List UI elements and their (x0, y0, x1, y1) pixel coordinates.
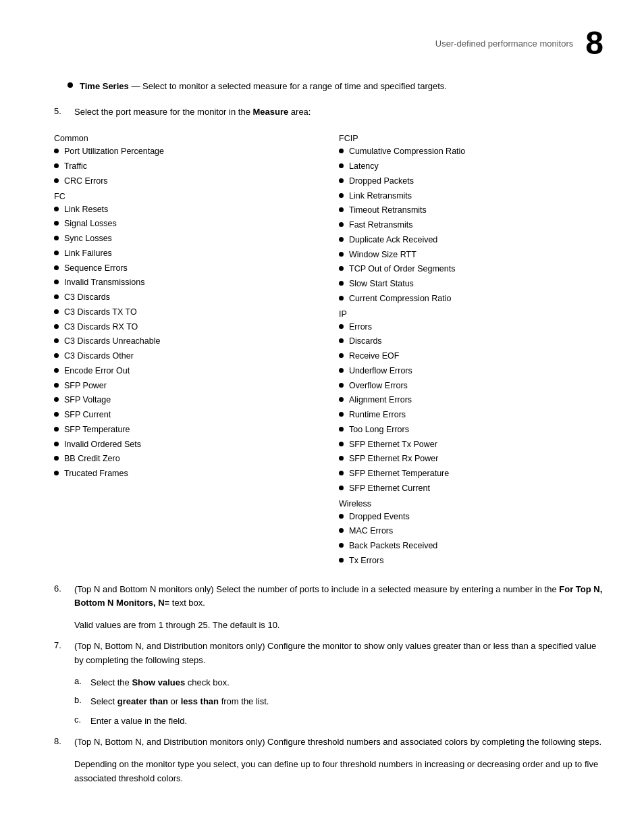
step7a-num: a. (74, 676, 90, 686)
step6-section: 6. (Top N and Bottom N monitors only) Se… (54, 583, 603, 633)
bullet-dot (54, 280, 59, 284)
step7c-content: Enter a value in the field. (90, 714, 603, 729)
list-item: Traffic (54, 160, 319, 173)
step7b-text-after: from the list. (219, 696, 269, 706)
common-list: Port Utilization Percentage Traffic CRC … (54, 145, 319, 187)
list-item: Tx Errors (339, 554, 603, 567)
bullet-dot (54, 265, 59, 270)
item-text: C3 Discards (64, 291, 110, 304)
item-text: Too Long Errors (349, 423, 409, 436)
bullet-dot (54, 412, 59, 417)
item-text: Invalid Transmissions (64, 276, 145, 289)
bullet-dot (54, 427, 59, 432)
bullet-dot (339, 222, 344, 227)
step7-content: (Top N, Bottom N, and Distribution monit… (74, 640, 603, 668)
step6-text: (Top N and Bottom N monitors only) Selec… (74, 584, 559, 594)
bullet-dot (339, 368, 344, 373)
list-item: TCP Out of Order Segments (339, 263, 603, 276)
bullet-dot (339, 456, 344, 461)
step7c-item: c. Enter a value in the field. (74, 714, 603, 729)
list-item: Dropped Events (339, 511, 603, 523)
list-item: Latency (339, 160, 603, 173)
item-text: C3 Discards RX TO (64, 321, 138, 334)
step7b-bold2: less than (181, 696, 219, 706)
item-text: SFP Ethernet Temperature (349, 467, 449, 480)
list-item: SFP Ethernet Temperature (339, 467, 603, 480)
step7a-text-after: check box. (185, 677, 230, 687)
bullet-dot (54, 251, 59, 255)
bullet-dot (339, 486, 344, 490)
step7b-content: Select greater than or less than from th… (90, 695, 603, 709)
step7-item: 7. (Top N, Bottom N, and Distribution mo… (54, 640, 603, 668)
step7a-item: a. Select the Show values check box. (74, 676, 603, 690)
list-item: SFP Ethernet Current (339, 482, 603, 495)
list-item: Link Retransmits (339, 190, 603, 203)
item-text: Fast Retransmits (349, 219, 412, 232)
item-text: MAC Errors (349, 525, 393, 538)
bullet-dot (339, 383, 344, 388)
item-text: Timeout Retransmits (349, 204, 427, 217)
bullet-dot (54, 163, 59, 168)
step6-item: 6. (Top N and Bottom N monitors only) Se… (54, 583, 603, 611)
list-item: SFP Current (54, 409, 319, 421)
list-item: Encode Error Out (54, 365, 319, 377)
item-text: C3 Discards TX TO (64, 306, 137, 319)
bullet-dot (54, 353, 59, 358)
bullet-dot (54, 471, 59, 475)
bullet-dot (339, 252, 344, 257)
bullet-dot (54, 368, 59, 373)
list-item: Invalid Ordered Sets (54, 438, 319, 451)
list-item: C3 Discards Unreachable (54, 335, 319, 348)
item-text: Alignment Errors (349, 394, 412, 407)
time-series-bold: Time Series (80, 81, 129, 91)
bullet-dot (54, 442, 59, 446)
bullet-dot (339, 353, 344, 358)
item-text: SFP Ethernet Rx Power (349, 452, 438, 465)
page-number: 8 (585, 27, 603, 59)
step8-item: 8. (Top N, Bottom N, and Distribution mo… (54, 735, 603, 750)
bullet-dot (54, 207, 59, 211)
bullet-dot (54, 456, 59, 461)
step6-content: (Top N and Bottom N monitors only) Selec… (74, 583, 603, 611)
item-text: Errors (349, 321, 372, 334)
bullet-dot (54, 178, 59, 183)
item-text: SFP Ethernet Tx Power (349, 438, 437, 451)
list-item: C3 Discards (54, 291, 319, 304)
bullet-dot (54, 236, 59, 240)
list-item: SFP Ethernet Rx Power (339, 452, 603, 465)
list-item: Invalid Transmissions (54, 276, 319, 289)
list-item: C3 Discards Other (54, 350, 319, 363)
list-item: CRC Errors (54, 175, 319, 188)
fc-label: FC (54, 192, 319, 201)
step7b-num: b. (74, 695, 90, 705)
list-item: Overflow Errors (339, 380, 603, 392)
list-item: SFP Power (54, 380, 319, 392)
bullet-dot (339, 178, 344, 183)
list-item: Window Size RTT (339, 249, 603, 261)
ip-list: Errors Discards Receive EOF Underflow Er… (339, 321, 603, 495)
step6-text2: text box. (169, 598, 205, 608)
list-item: Dropped Packets (339, 175, 603, 188)
bullet-dot (339, 412, 344, 417)
bullet-dot (54, 221, 59, 226)
list-item: Errors (339, 321, 603, 334)
bullet-dot (54, 397, 59, 402)
bullet-dot (339, 149, 344, 153)
step5-text-after: area: (288, 107, 311, 117)
bullet-dot (339, 207, 344, 212)
item-text: Underflow Errors (349, 365, 412, 377)
fc-list: Link Resets Signal Losses Sync Losses Li… (54, 203, 319, 480)
item-text: Invalid Ordered Sets (64, 438, 141, 451)
bullet-dot (339, 237, 344, 242)
list-item: MAC Errors (339, 525, 603, 538)
bullet-dot (339, 163, 344, 168)
step7b-item: b. Select greater than or less than from… (74, 695, 603, 709)
time-series-text: Time Series — Select to monitor a select… (80, 80, 447, 93)
list-item: BB Credit Zero (54, 452, 319, 465)
list-item: Discards (339, 335, 603, 348)
item-text: Dropped Packets (349, 175, 414, 188)
fcip-list: Cumulative Compression Ratio Latency Dro… (339, 145, 603, 305)
left-col: Common Port Utilization Percentage Traff… (54, 130, 319, 569)
list-item: Duplicate Ack Received (339, 234, 603, 246)
item-text: Sync Losses (64, 232, 112, 245)
